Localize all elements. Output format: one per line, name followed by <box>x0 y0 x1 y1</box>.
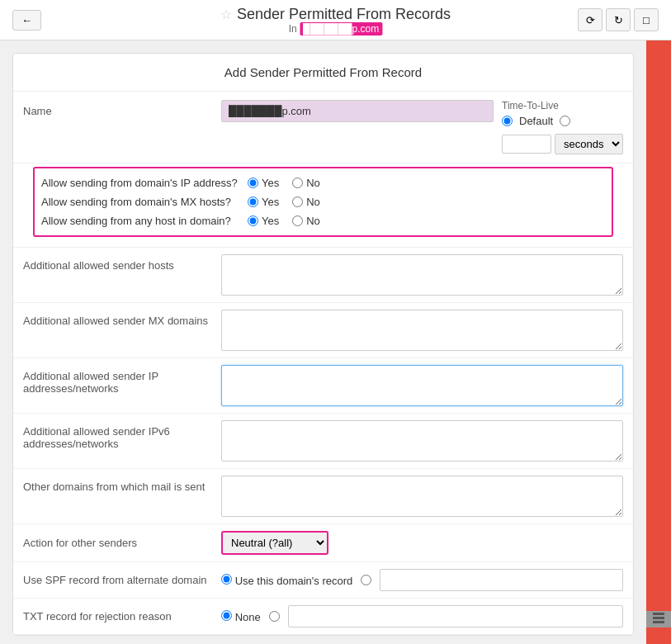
refresh2-button[interactable]: ↻ <box>606 8 631 31</box>
use-domain-radio[interactable] <box>221 574 232 585</box>
field-textarea-2[interactable] <box>221 365 623 406</box>
alternate-domain-radio[interactable] <box>361 575 371 585</box>
yes-label-2[interactable]: Yes <box>248 215 279 227</box>
seconds-input[interactable] <box>502 135 551 154</box>
radio-row-1: Allow sending from domain's MX hosts? Ye… <box>41 192 605 211</box>
radio-label-0: Allow sending from domain's IP address? <box>41 177 248 189</box>
form-card-title: Add Sender Permitted From Record <box>224 65 422 79</box>
none-text: None <box>235 611 261 623</box>
field-label-0: Additional allowed sender hosts <box>23 254 221 272</box>
field-label-3: Additional allowed sender IPv6 addresses… <box>23 420 221 450</box>
spf-input[interactable] <box>380 569 623 591</box>
header-left: ← <box>12 10 41 31</box>
ttl-custom-radio[interactable] <box>560 116 570 126</box>
none-label[interactable]: None <box>221 610 261 623</box>
field-label-2: Additional allowed sender IP addresses/n… <box>23 365 221 395</box>
default-row: Default <box>502 115 570 127</box>
radio-label-2: Allow sending from any host in domain? <box>41 215 248 227</box>
no-radio-0[interactable] <box>292 178 303 188</box>
seconds-select-row: seconds minutes hours days <box>502 134 623 154</box>
field-textarea-4[interactable] <box>221 476 623 517</box>
radio-row-0: Allow sending from domain's IP address? … <box>41 173 605 192</box>
header-center: ☆ Sender Permitted From Records In █████… <box>220 6 451 35</box>
radio-options-2: Yes No <box>248 215 320 227</box>
field-row-1: Additional allowed sender MX domains <box>13 303 633 358</box>
title-text: Sender Permitted From Records <box>237 6 451 23</box>
name-input[interactable] <box>221 100 494 122</box>
radio-options-0: Yes No <box>248 177 320 189</box>
no-radio-2[interactable] <box>292 215 303 226</box>
use-domain-label[interactable]: Use this domain's record <box>221 574 352 587</box>
domain-highlight: ███████p.com <box>300 22 382 36</box>
yes-label-1[interactable]: Yes <box>248 196 279 208</box>
yes-radio-1[interactable] <box>248 197 258 207</box>
yes-radio-2[interactable] <box>248 215 258 226</box>
ttl-label: Time-To-Live <box>502 100 559 111</box>
no-label-1[interactable]: No <box>292 196 320 208</box>
spf-controls: Use this domain's record <box>221 569 623 591</box>
radio-options-1: Yes No <box>248 196 320 208</box>
field-textarea-1[interactable] <box>221 310 623 351</box>
subtitle-prefix: In <box>289 23 297 35</box>
notification-panel: 🔔 <box>646 0 671 644</box>
form-card: Add Sender Permitted From Record Name Ti… <box>12 53 634 636</box>
default-label: Default <box>519 115 553 127</box>
back-button[interactable]: ← <box>12 10 41 31</box>
txt-custom-radio[interactable] <box>269 611 280 622</box>
no-label-2[interactable]: No <box>292 215 320 227</box>
yes-label-0[interactable]: Yes <box>248 177 279 189</box>
header-subtitle: In ███████p.com <box>220 23 451 35</box>
radio-label-1: Allow sending from domain's MX hosts? <box>41 196 248 208</box>
scroll-handle[interactable] <box>646 611 671 627</box>
field-row-2: Additional allowed sender IP addresses/n… <box>13 358 633 414</box>
field-label-1: Additional allowed sender MX domains <box>23 310 221 327</box>
field-textarea-3[interactable] <box>221 420 623 462</box>
action-other-select[interactable]: Neutral (?all) Pass (+all) Fail (-all) S… <box>221 531 328 555</box>
radio-group-section: Allow sending from domain's IP address? … <box>33 167 613 237</box>
refresh1-button[interactable]: ⟳ <box>578 8 602 31</box>
name-label: Name <box>23 100 213 117</box>
none-radio[interactable] <box>221 610 232 621</box>
page-header: ← ☆ Sender Permitted From Records In ███… <box>0 0 671 40</box>
radio-row-2: Allow sending from any host in domain? Y… <box>41 211 605 230</box>
yes-radio-0[interactable] <box>248 178 258 188</box>
no-radio-1[interactable] <box>292 197 303 207</box>
main-content: Add Sender Permitted From Record Name Ti… <box>0 40 646 644</box>
square-button[interactable]: □ <box>634 8 659 31</box>
name-row: Name Time-To-Live Default seconds minute… <box>13 92 633 163</box>
star-icon[interactable]: ☆ <box>220 7 232 22</box>
field-textarea-0[interactable] <box>221 254 623 296</box>
field-row-4: Other domains from which mail is sent <box>13 469 633 524</box>
no-label-0[interactable]: No <box>292 177 320 189</box>
page-title: ☆ Sender Permitted From Records <box>220 6 451 23</box>
form-card-header: Add Sender Permitted From Record <box>13 54 633 92</box>
txt-controls: None <box>221 605 623 627</box>
field-row-3: Additional allowed sender IPv6 addresses… <box>13 414 633 469</box>
header-actions: ⟳ ↻ □ <box>578 8 659 31</box>
radio-section-wrapper: Allow sending from domain's IP address? … <box>13 163 633 248</box>
txt-input[interactable] <box>288 605 623 627</box>
seconds-select[interactable]: seconds minutes hours days <box>555 134 623 154</box>
spf-label: Use SPF record from alternate domain <box>23 574 221 586</box>
field-row-0: Additional allowed sender hosts <box>13 248 633 303</box>
txt-label: TXT record for rejection reason <box>23 610 221 623</box>
txt-row: TXT record for rejection reason None <box>13 599 633 635</box>
use-domain-text: Use this domain's record <box>235 575 353 587</box>
action-other-senders-row: Action for other senders Neutral (?all) … <box>13 524 633 562</box>
ttl-section: Time-To-Live Default seconds minutes hou… <box>502 100 623 154</box>
action-other-label: Action for other senders <box>23 537 221 549</box>
spf-row: Use SPF record from alternate domain Use… <box>13 562 633 599</box>
ttl-default-radio[interactable] <box>502 116 513 126</box>
field-label-4: Other domains from which mail is sent <box>23 476 221 493</box>
